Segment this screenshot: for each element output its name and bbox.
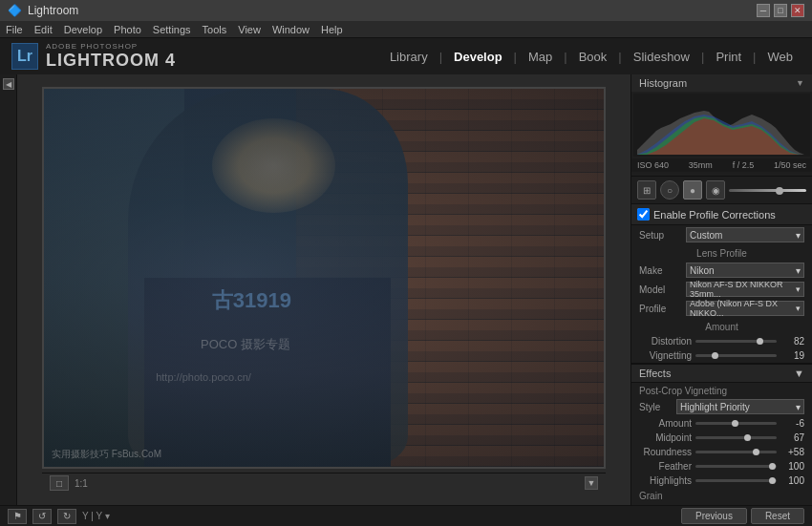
main-content: ◀ 古31919 POCO 摄影专题 [0, 74, 812, 505]
enable-corrections-checkbox[interactable] [637, 208, 650, 221]
histogram-chart [633, 94, 810, 157]
redeye-tool-btn[interactable]: ◉ [706, 180, 725, 200]
photo-area: 古31919 POCO 摄影专题 http://photo.poco.cn/ 实… [17, 74, 630, 505]
hist-focal: 35mm [689, 160, 713, 170]
rotate-left-button[interactable]: ↺ [32, 509, 52, 524]
distortion-row: Distortion 82 [631, 334, 812, 348]
filmstrip-toggle[interactable]: ▼ [585, 476, 598, 490]
midpoint-slider[interactable] [695, 436, 777, 439]
feather-label: Feather [639, 461, 692, 472]
right-panel: Histogram ▼ ISO 640 35mm f [630, 74, 812, 505]
grain-amount-value: 0 [780, 504, 804, 505]
make-row: Make Nikon ▾ [631, 261, 812, 280]
menu-develop[interactable]: Develop [64, 24, 102, 35]
histogram-svg [637, 97, 809, 155]
tab-print[interactable]: Print [708, 46, 749, 68]
setup-label: Setup [639, 230, 682, 241]
distortion-value: 82 [780, 336, 804, 347]
hist-iso: ISO 640 [637, 160, 669, 170]
midpoint-value: 67 [780, 432, 804, 443]
crop-tool-btn[interactable]: ○ [660, 180, 679, 200]
menu-file[interactable]: File [6, 24, 23, 35]
tab-web[interactable]: Web [760, 46, 801, 68]
left-panel-toggle[interactable]: ◀ [3, 78, 14, 90]
make-dropdown[interactable]: Nikon ▾ [686, 263, 804, 278]
tab-map[interactable]: Map [521, 46, 560, 68]
effects-chevron: ▼ [794, 368, 804, 379]
tab-slideshow[interactable]: Slideshow [626, 46, 697, 68]
menu-view[interactable]: View [238, 24, 261, 35]
highlights-slider[interactable] [695, 479, 777, 482]
window-title: Lightroom [28, 4, 757, 17]
tab-book[interactable]: Book [571, 46, 615, 68]
reset-button[interactable]: Reset [751, 508, 804, 524]
distortion-label: Distortion [639, 336, 692, 347]
enable-profile-corrections-toggle[interactable]: Enable Profile Corrections [631, 204, 812, 225]
effect-amount-slider[interactable] [695, 422, 777, 425]
profile-label: Profile [639, 304, 682, 314]
menu-window[interactable]: Window [272, 24, 310, 35]
spot-tool-btn[interactable]: ● [683, 180, 702, 200]
enable-corrections-label: Enable Profile Corrections [653, 209, 776, 221]
flag-button[interactable]: ⚑ [8, 509, 27, 524]
highlights-label: Highlights [639, 475, 692, 486]
rotate-right-button[interactable]: ↻ [57, 509, 76, 524]
tab-library[interactable]: Library [382, 46, 436, 68]
photo-zoom-btn[interactable]: □ [50, 475, 69, 491]
setup-dropdown[interactable]: Custom ▾ [686, 227, 804, 242]
style-dropdown[interactable]: Highlight Priority ▾ [676, 399, 804, 414]
top-nav: Lr ADOBE PHOTOSHOP LIGHTROOM 4 Library |… [0, 38, 812, 74]
nav-tabs: Library | Develop | Map | Book | Slidesh… [382, 46, 801, 68]
effects-title: Effects [639, 368, 671, 379]
lr-badge-icon: Lr [11, 43, 38, 70]
title-bar: 🔷 Lightroom ─ □ ✕ [0, 0, 812, 21]
menu-settings[interactable]: Settings [153, 24, 191, 35]
roundness-label: Roundness [639, 447, 692, 457]
distortion-slider[interactable] [695, 340, 777, 343]
profile-dropdown[interactable]: Adobe (Nikon AF-S DX NIKKO... ▾ [686, 301, 804, 316]
vignetting-section-label: Post-Crop Vignetting [631, 383, 812, 397]
menu-photo[interactable]: Photo [114, 24, 141, 35]
menu-help[interactable]: Help [321, 24, 343, 35]
lens-profile-label: Lens Profile [631, 244, 812, 261]
app-logo: Lr ADOBE PHOTOSHOP LIGHTROOM 4 [11, 42, 176, 71]
style-row: Style Highlight Priority ▾ [631, 397, 812, 416]
tab-develop[interactable]: Develop [446, 46, 510, 68]
feather-row: Feather 100 [631, 459, 812, 473]
menu-edit[interactable]: Edit [34, 24, 53, 35]
effect-amount-value: -6 [780, 418, 804, 429]
maximize-button[interactable]: □ [774, 4, 787, 17]
vignetting-value: 19 [780, 350, 804, 361]
photo-vignette [44, 89, 604, 467]
photo-controls-bar: □ 1:1 ▼ [42, 473, 606, 494]
previous-reset-nav: Previous Reset [681, 508, 804, 524]
model-label: Model [639, 284, 682, 295]
highlights-row: Highlights 100 [631, 473, 812, 488]
setup-row: Setup Custom ▾ [631, 225, 812, 244]
midpoint-row: Midpoint 67 [631, 431, 812, 445]
feather-slider[interactable] [695, 465, 777, 468]
effects-section: Effects ▼ Post-Crop Vignetting Style Hig… [631, 363, 812, 505]
minimize-button[interactable]: ─ [757, 4, 770, 17]
grain-amount-row: Amount 0 [631, 502, 812, 505]
style-label: Style [639, 402, 673, 412]
outer-bottom-bar: ⚑ ↺ ↻ Y | Y ▾ Previous Reset [0, 505, 812, 526]
model-dropdown[interactable]: Nikon AF-S DX NIKKOR 35mm... ▾ [686, 282, 804, 297]
app-name-label: LIGHTROOM 4 [46, 51, 176, 71]
zoom-label: 1:1 [75, 478, 88, 489]
histogram-chevron: ▼ [796, 78, 804, 88]
effects-header[interactable]: Effects ▼ [631, 363, 812, 383]
histogram-header[interactable]: Histogram ▼ [631, 74, 812, 92]
make-label: Make [639, 265, 682, 276]
roundness-slider[interactable] [695, 451, 777, 453]
vignetting-slider[interactable] [695, 354, 777, 357]
model-row: Model Nikon AF-S DX NIKKOR 35mm... ▾ [631, 280, 812, 299]
profile-row: Profile Adobe (Nikon AF-S DX NIKKO... ▾ [631, 299, 812, 318]
tone-slider[interactable] [729, 189, 806, 192]
lens-correction-section: Enable Profile Corrections Setup Custom … [631, 204, 812, 363]
close-button[interactable]: ✕ [791, 4, 804, 17]
previous-button[interactable]: Previous [681, 508, 747, 524]
grid-tool-btn[interactable]: ⊞ [637, 180, 656, 200]
menu-tools[interactable]: Tools [203, 24, 227, 35]
hist-shutter: 1/50 sec [774, 160, 806, 170]
